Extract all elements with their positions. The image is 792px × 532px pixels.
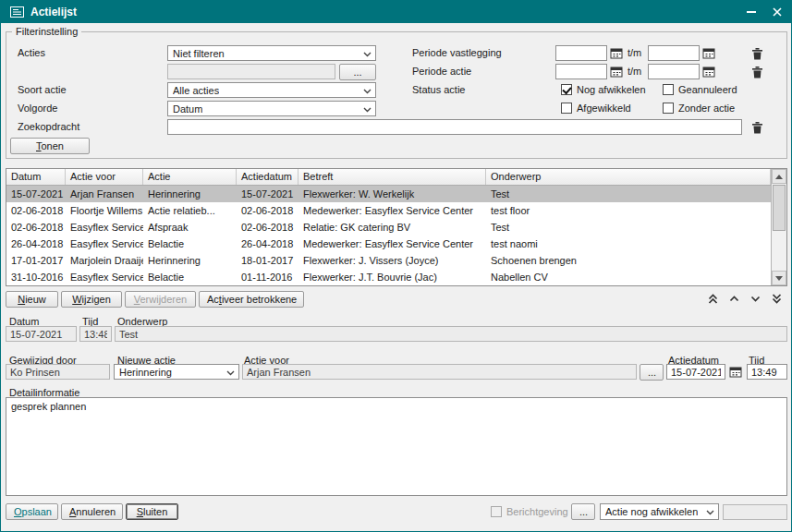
tm-label: t/m	[628, 64, 641, 79]
column-header-actie-voor[interactable]: Actie voor	[66, 169, 143, 185]
minimize-button[interactable]	[747, 6, 756, 18]
first-record-button[interactable]	[704, 291, 722, 307]
zoekopdracht-input[interactable]	[167, 119, 742, 135]
periode-actie-from-calendar-button[interactable]	[608, 64, 625, 79]
calendar-icon	[610, 47, 623, 59]
volgorde-label: Volgorde	[18, 101, 57, 116]
berichtgeving-browse-button[interactable]: ...	[571, 503, 595, 520]
cell-actiedatum: 02-06-2018	[237, 202, 299, 219]
cell-onderwerp: Nabellen CV	[486, 269, 771, 285]
chevron-down-icon	[706, 510, 714, 515]
close-icon	[773, 7, 782, 17]
next-record-button[interactable]	[747, 291, 764, 307]
actie-voor-field	[242, 364, 637, 380]
datum-field	[6, 326, 77, 342]
actie-voor-browse-button[interactable]: ...	[640, 364, 664, 381]
table-row[interactable]: 26-04-2018 Easyflex Service ... Belactie…	[6, 236, 771, 252]
zoekopdracht-label: Zoekopdracht	[18, 119, 79, 135]
calendar-icon	[702, 66, 715, 78]
triangle-up-icon	[775, 175, 783, 179]
periode-actie-label: Periode actie	[412, 64, 471, 79]
acties-filter-select[interactable]: Niet filteren	[167, 45, 376, 61]
cell-actiedatum: 18-01-2017	[237, 252, 299, 269]
nieuwe-actie-select[interactable]: Herinnering	[114, 364, 239, 380]
berichtgeving-label: Berichtgeving	[506, 504, 568, 520]
cell-datum: 31-10-2016	[6, 269, 66, 285]
detailinformatie-textarea[interactable]: gesprek plannen	[6, 397, 787, 496]
periode-vastlegging-from-input[interactable]	[555, 45, 607, 61]
status-zonder-actie-checkbox[interactable]	[663, 103, 674, 114]
cell-actie: Herinnering	[143, 252, 237, 269]
status-actie-label: Status actie	[412, 82, 465, 98]
acties-filter-value-input	[167, 64, 335, 79]
record-navigation	[704, 291, 786, 307]
periode-vastlegging-from-calendar-button[interactable]	[608, 45, 625, 61]
triangle-down-icon	[775, 276, 783, 281]
cell-betreft: Medewerker: Easyflex Service Center	[299, 236, 486, 252]
tonen-button[interactable]: Tonen	[10, 138, 90, 154]
window-title: Actielijst	[30, 6, 77, 18]
column-header-datum[interactable]: Datum	[6, 169, 66, 185]
column-header-onderwerp[interactable]: Onderwerp	[486, 169, 771, 185]
periode-actie-to-calendar-button[interactable]	[701, 64, 717, 79]
column-header-actie[interactable]: Actie	[143, 169, 237, 185]
table-scrollbar[interactable]	[771, 169, 786, 285]
previous-record-button[interactable]	[725, 291, 743, 307]
cell-onderwerp: Test	[486, 186, 771, 202]
zoekopdracht-clear-button[interactable]	[749, 119, 765, 135]
periode-actie-from-input[interactable]	[555, 64, 607, 79]
table-row[interactable]: 17-01-2017 Marjolein Draaijer Herinnerin…	[6, 252, 771, 269]
sluiten-button[interactable]: Sluiten	[126, 503, 178, 520]
titlebar-controls	[747, 6, 782, 18]
soort-actie-select[interactable]: Alle acties	[167, 82, 376, 98]
column-header-betreft[interactable]: Betreft	[299, 169, 486, 185]
last-record-icon	[771, 293, 783, 305]
opslaan-button[interactable]: Opslaan	[6, 503, 58, 520]
cell-actie: Afspraak	[143, 219, 237, 236]
status-nog-afwikkelen-checkbox[interactable]	[561, 84, 572, 95]
acties-filter-browse-button[interactable]: ...	[339, 64, 376, 80]
periode-vastlegging-to-input[interactable]	[648, 45, 700, 61]
periode-actie-to-input[interactable]	[648, 64, 700, 79]
scroll-down-button[interactable]	[772, 271, 786, 285]
table-row[interactable]: 02-06-2018 Floortje Willems Actie relati…	[6, 202, 771, 219]
acties-label: Acties	[18, 45, 45, 61]
annuleren-button[interactable]: Annuleren	[61, 503, 123, 520]
nieuw-button[interactable]: Nieuw	[6, 291, 58, 308]
periode-vastlegging-to-calendar-button[interactable]	[701, 45, 717, 61]
cell-actie: Actie relatieb...	[143, 202, 237, 219]
periode-vastlegging-clear-button[interactable]	[749, 45, 765, 61]
table-row[interactable]: 02-06-2018 Easyflex Service ... Afspraak…	[6, 219, 771, 236]
cell-betreft: Flexwerker: J.T. Bouvrie (Jac)	[299, 269, 486, 285]
trash-icon	[751, 121, 763, 134]
actie-status-select[interactable]: Actie nog afwikkelen	[600, 503, 719, 520]
onderwerp-field	[115, 326, 787, 342]
table-row[interactable]: 15-07-2021 Arjan Fransen Herinnering 15-…	[6, 186, 771, 202]
volgorde-select[interactable]: Datum	[167, 101, 376, 116]
wijzigen-button[interactable]: Wijzigen	[61, 291, 122, 308]
scroll-up-button[interactable]	[772, 169, 786, 184]
last-record-button[interactable]	[768, 291, 786, 307]
status-afgewikkeld-checkbox[interactable]	[561, 103, 572, 114]
chevron-down-icon	[363, 107, 372, 113]
cell-actie-voor: Easyflex Service ...	[66, 269, 143, 285]
tijd-field	[79, 326, 112, 342]
table-header: Datum Actie voor Actie Actiedatum Betref…	[6, 169, 771, 186]
actiedatum-field[interactable]	[666, 364, 725, 380]
cell-actie-voor: Easyflex Service ...	[66, 219, 143, 236]
tijd2-field[interactable]	[747, 364, 787, 380]
scrollbar-thumb[interactable]	[773, 185, 786, 231]
periode-actie-clear-button[interactable]	[749, 64, 765, 79]
actiedatum-calendar-button[interactable]	[727, 364, 744, 380]
cell-actie-voor: Floortje Willems	[66, 202, 143, 219]
action-button-row: Nieuw Wijzigen Verwijderen Activeer betr…	[6, 291, 304, 308]
close-button[interactable]	[773, 6, 782, 18]
cell-datum: 15-07-2021	[6, 186, 66, 202]
activeer-betrokkene-button[interactable]: Activeer betrokkene	[199, 291, 304, 308]
table-row[interactable]: 31-10-2016 Easyflex Service ... Belactie…	[6, 269, 771, 285]
cell-actiedatum: 02-06-2018	[237, 219, 299, 236]
column-header-actiedatum[interactable]: Actiedatum	[237, 169, 299, 185]
cell-betreft: Relatie: GK catering BV	[299, 219, 486, 236]
cell-actie-voor: Arjan Fransen	[66, 186, 143, 202]
status-geannuleerd-checkbox[interactable]	[663, 84, 674, 95]
